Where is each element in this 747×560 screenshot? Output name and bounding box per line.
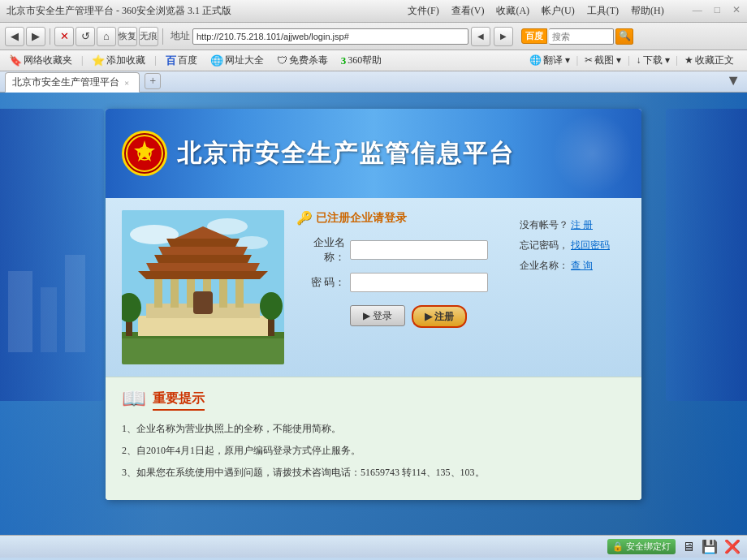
menu-file[interactable]: 文件(F) (408, 4, 439, 18)
right-tools: 🌐 翻译 ▾ | ✂ 截图 ▾ | ↓ 下载 ▾ | ★ 收藏正文 (526, 52, 742, 69)
svg-marker-21 (146, 263, 260, 271)
form-buttons: ▶ 登录 ▶ 注册 (296, 305, 503, 328)
notice-item-3: 3、如果您在系统使用中遇到问题，请拨技术咨询电话：51659743 转114、1… (122, 465, 625, 480)
search-input[interactable] (549, 28, 614, 45)
addr-forward[interactable]: ▶ (494, 27, 513, 46)
security-indicator: 🔒 安全绑定灯 (607, 539, 676, 554)
login-info-area: 没有帐号？ 注 册 忘记密码， 找回密码 企业名称： 查 询 (512, 210, 625, 364)
svg-rect-26 (193, 291, 213, 314)
main-panel: 北京市安全生产监管信息平台 (106, 109, 641, 500)
screenshot-label: 截图 ▾ (594, 54, 621, 67)
status-monitor-icon: 🖥 (682, 540, 695, 554)
svg-rect-2 (65, 255, 85, 352)
web-icon: 🌐 (210, 54, 223, 67)
login-button[interactable]: ▶ 登录 (350, 305, 405, 326)
menu-view[interactable]: 查看(V) (451, 4, 485, 18)
new-tab-button[interactable]: + (145, 73, 161, 89)
svg-marker-23 (158, 247, 248, 255)
svg-point-30 (260, 292, 283, 320)
tab-bar-right: ▼ (726, 72, 747, 92)
status-close-icon: ❌ (724, 539, 741, 554)
notice-item-1: 1、企业名称为营业执照上的全称，不能使用简称。 (122, 421, 625, 437)
forward-button[interactable]: ▶ (26, 27, 45, 46)
toolbar-separator-2 (162, 28, 163, 45)
restore-button[interactable]: 恢复 (118, 27, 137, 46)
svg-rect-19 (235, 279, 244, 308)
download-label: 下载 ▾ (643, 54, 670, 67)
company-name-input[interactable] (350, 240, 488, 260)
security-icon: 🔒 (612, 541, 624, 552)
clear-button[interactable]: 无痕 (139, 27, 158, 46)
screenshot-icon: ✂ (585, 54, 593, 67)
search-button[interactable]: 🔍 (615, 28, 633, 45)
menu-tools[interactable]: 工具(T) (587, 4, 619, 18)
svg-rect-1 (41, 287, 57, 352)
bookmark-antivirus[interactable]: 🛡 免费杀毒 (273, 52, 332, 69)
bookmark-icon-0: 🔖 (9, 54, 22, 67)
register-button[interactable]: ▶ 注册 (412, 305, 467, 328)
notice-item-2: 2、自2010年4月1日起，原用户编码登录方式停止服务。 (122, 443, 625, 459)
login-btn-label: 登录 (373, 309, 392, 323)
home-button[interactable]: ⌂ (97, 27, 116, 46)
temple-image (122, 210, 284, 364)
refresh-button[interactable]: ↺ (76, 27, 95, 46)
bookmark-baidu[interactable]: 百 百度 (162, 52, 201, 70)
no-account-text: 没有帐号？ (520, 219, 568, 230)
tabs-bar: 北京市安全生产管理平台 × + ▼ (0, 71, 747, 93)
address-input[interactable] (192, 28, 468, 45)
screenshot-tool[interactable]: ✂ 截图 ▾ (581, 52, 624, 69)
register-link[interactable]: 注 册 (571, 219, 593, 230)
header-banner: 北京市安全生产监管信息平台 (106, 109, 641, 198)
save-icon: ★ (684, 54, 693, 67)
bookmark-收藏夹[interactable]: 🔖 网络收藏夹 (5, 52, 76, 69)
recover-link[interactable]: 找回密码 (571, 239, 610, 251)
translate-label: 翻译 ▾ (543, 54, 570, 67)
svg-rect-0 (8, 271, 32, 352)
notice-icon: 📖 (122, 387, 148, 413)
save-text-tool[interactable]: ★ 收藏正文 (681, 52, 737, 69)
menu-favorites[interactable]: 收藏(A) (496, 4, 529, 18)
bookmark-网址[interactable]: 🌐 网址大全 (206, 52, 268, 69)
bookmark-添加[interactable]: ⭐ 添加收藏 (88, 52, 149, 69)
notice-title: 重要提示 (153, 390, 205, 411)
login-title-text: 已注册企业请登录 (316, 211, 407, 226)
svg-marker-20 (138, 271, 268, 279)
back-button[interactable]: ◀ (5, 27, 24, 46)
translate-icon: 🌐 (529, 54, 542, 67)
add-star-icon: ⭐ (92, 54, 105, 67)
status-right: 🔒 安全绑定灯 🖥 💾 ❌ (607, 539, 741, 554)
title-text: 北京市安全生产管理平台 - 360安全浏览器 3.1 正式版 (6, 4, 231, 18)
active-tab[interactable]: 北京市安全生产管理平台 × (5, 72, 140, 93)
svg-marker-22 (154, 255, 252, 263)
login-btn-icon: ▶ (363, 310, 370, 321)
toolbar-separator-1 (50, 28, 50, 45)
notice-title-bar: 📖 重要提示 (122, 387, 625, 413)
help-icon: 3 (341, 54, 347, 67)
stop-button[interactable]: ✕ (54, 27, 74, 46)
search-box: 百度 🔍 (521, 28, 633, 45)
tab-menu-icon[interactable]: ▼ (726, 72, 741, 88)
menu-account[interactable]: 帐户(U) (542, 4, 575, 18)
login-section: 🔑 已注册企业请登录 企业名称： 密 码： ▶ 登录 (106, 198, 641, 377)
window-controls[interactable]: 文件(F) 查看(V) 收藏(A) 帐户(U) 工具(T) 帮助(H) — □ … (408, 4, 741, 18)
svg-marker-24 (166, 239, 240, 247)
page-content: 北京市安全生产监管信息平台 (0, 93, 747, 535)
menu-help[interactable]: 帮助(H) (631, 4, 664, 18)
login-section-title: 🔑 已注册企业请登录 (296, 210, 503, 226)
header-corner-decoration (552, 113, 633, 194)
download-tool[interactable]: ↓ 下载 ▾ (633, 52, 673, 69)
translate-tool[interactable]: 🌐 翻译 ▾ (526, 52, 573, 69)
title-bar: 北京市安全生产管理平台 - 360安全浏览器 3.1 正式版 文件(F) 查看(… (0, 0, 747, 23)
status-save-icon: 💾 (702, 539, 718, 554)
company-label: 企业名称： (296, 235, 345, 265)
password-input[interactable] (350, 273, 488, 292)
bookmark-360help[interactable]: 3 360帮助 (337, 52, 386, 69)
bookmark-label-3: 网址大全 (225, 54, 264, 67)
tab-close-button[interactable]: × (123, 78, 131, 88)
title-bar-left: 北京市安全生产管理平台 - 360安全浏览器 3.1 正式版 (6, 4, 231, 18)
outer-right-panel (666, 109, 747, 401)
shield-icon: 🛡 (277, 54, 287, 67)
addr-back[interactable]: ◀ (471, 27, 490, 46)
query-link[interactable]: 查 询 (571, 260, 593, 271)
svg-rect-18 (219, 279, 227, 308)
